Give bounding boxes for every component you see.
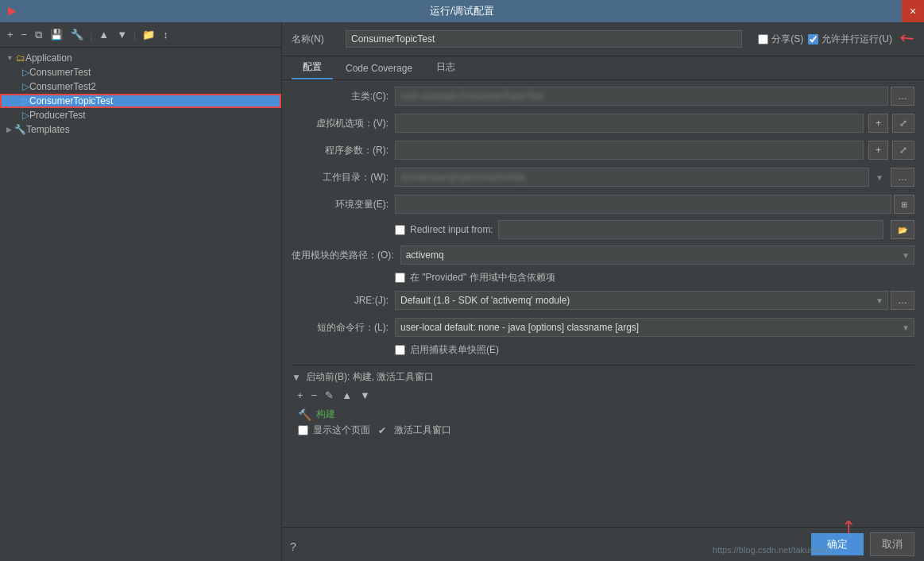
share-checkbox-label[interactable]: 分享(S) (758, 33, 803, 46)
tree-item-consumertest2[interactable]: ▷ ConsumerTest2 (0, 79, 281, 94)
main-layout: + − ⧉ 💾 🔧 | ▲ ▼ | 📁 ↕ ▼ 🗂 Application (0, 22, 924, 561)
main-class-row: 主类:(C): com.example.ConsumerTopicTest … (292, 85, 914, 107)
redirect-checkbox[interactable] (395, 225, 405, 235)
show-page-checkbox[interactable] (298, 425, 308, 435)
run-icon: ▷ (22, 110, 29, 121)
redirect-browse-button[interactable]: 📂 (891, 220, 914, 239)
remove-button[interactable]: − (19, 27, 30, 42)
short-cmd-select[interactable]: user-local default: none - java [options… (395, 318, 914, 337)
jre-select[interactable]: Default (1.8 - SDK of 'activemq' module) (395, 291, 888, 310)
wrench-icon: 🔧 (14, 124, 26, 135)
mini-remove-button[interactable]: − (309, 389, 320, 402)
tab-log[interactable]: 日志 (425, 56, 466, 79)
help-icon[interactable]: ? (290, 540, 296, 553)
section-toggle[interactable]: ▼ (292, 372, 301, 383)
save-button[interactable]: 💾 (48, 27, 65, 42)
section-divider (292, 365, 914, 366)
show-page-label: 显示这个页面 (313, 424, 370, 437)
run-icon: ▷ (22, 81, 29, 92)
jre-select-wrapper: Default (1.8 - SDK of 'activemq' module)… (395, 291, 888, 310)
run-icon: ▷ (22, 95, 29, 106)
separator-text: ✔ (378, 425, 386, 436)
capture-checkbox[interactable] (395, 345, 405, 355)
tree: ▼ 🗂 Application ▷ ConsumerTest ▷ Consume… (0, 48, 281, 561)
cancel-button[interactable]: 取消 (870, 532, 914, 556)
working-dir-browse-button[interactable]: … (891, 168, 914, 187)
main-class-blurred: com.example.ConsumerTopicTest (400, 91, 883, 102)
close-button[interactable]: × (902, 0, 924, 22)
templates-label: Templates (26, 124, 70, 135)
redirect-label: Redirect input from: (410, 224, 493, 235)
folder-button[interactable]: 📁 (140, 27, 157, 42)
mini-edit-button[interactable]: ✎ (323, 389, 336, 402)
tabs: 配置 Code Coverage 日志 (282, 56, 924, 80)
args-expand-button[interactable]: ⤢ (892, 141, 914, 160)
settings-button[interactable]: 🔧 (68, 27, 86, 42)
program-args-label: 程序参数：(R): (292, 144, 395, 157)
build-label: 构建 (316, 408, 335, 421)
tree-label-consumertest: ConsumerTest (29, 67, 91, 78)
tab-config[interactable]: 配置 (292, 56, 333, 79)
args-add-button[interactable]: + (868, 141, 888, 160)
tab-coverage[interactable]: Code Coverage (334, 59, 423, 79)
share-row: 分享(S) 允许并行运行(U) ↗ (758, 29, 914, 49)
redirect-row: Redirect input from: 📂 (292, 220, 914, 239)
vm-option-btns: + ⤢ (866, 114, 914, 133)
vm-options-input[interactable] (395, 114, 864, 133)
module-select[interactable]: activemq (400, 246, 914, 265)
show-page-row: 显示这个页面 ✔ 激活工具窗口 (292, 424, 914, 437)
provided-row: 在 "Provided" 作用域中包含依赖项 (292, 271, 914, 284)
tree-group-application[interactable]: ▼ 🗂 Application (0, 51, 281, 65)
tree-group-templates[interactable]: ▶ 🔧 Templates (0, 122, 281, 137)
capture-row: 启用捕获表单快照(E) (292, 343, 914, 357)
program-args-input[interactable] (395, 141, 864, 160)
vm-add-button[interactable]: + (868, 114, 888, 133)
module-classpath-row: 使用模块的类路径：(O): activemq ▼ (292, 244, 914, 266)
working-dir-dropdown-arrow: ▼ (876, 173, 883, 182)
env-vars-row: 环境变量(E): ⊞ (292, 193, 914, 215)
form-content: 主类:(C): com.example.ConsumerTopicTest … … (282, 80, 924, 527)
jre-row: JRE:(J): Default (1.8 - SDK of 'activemq… (292, 289, 914, 311)
before-launch-label: 启动前(B): 构建, 激活工具窗口 (306, 370, 434, 384)
short-cmd-label: 短的命令行：(L): (292, 321, 395, 335)
tree-item-consumertopictest[interactable]: ▷ ConsumerTopicTest (0, 94, 281, 108)
mini-add-button[interactable]: + (295, 389, 306, 402)
env-vars-label: 环境变量(E): (292, 198, 395, 211)
vm-options-row: 虚拟机选项：(V): + ⤢ (292, 112, 914, 134)
tree-label-consumertest2: ConsumerTest2 (29, 81, 96, 92)
redirect-input[interactable] (498, 220, 883, 239)
mini-down-button[interactable]: ▼ (358, 389, 373, 402)
name-row: 名称(N) 分享(S) 允许并行运行(U) ↗ (282, 22, 924, 56)
down-button[interactable]: ▼ (114, 27, 130, 42)
sort-button[interactable]: ↕ (160, 27, 171, 42)
window-title: 运行/调试配置 (430, 4, 495, 18)
tree-item-producertest[interactable]: ▷ ProducerTest (0, 108, 281, 122)
vm-expand-button[interactable]: ⤢ (892, 114, 914, 133)
build-icon: 🔨 (298, 408, 311, 421)
tree-item-consumertest[interactable]: ▷ ConsumerTest (0, 65, 281, 79)
env-vars-browse-button[interactable]: ⊞ (894, 195, 914, 214)
allow-parallel-label[interactable]: 允许并行运行(U) (808, 33, 892, 46)
mini-up-button[interactable]: ▲ (339, 389, 354, 402)
program-arg-btns: + ⤢ (866, 141, 914, 160)
run-icon: ▷ (22, 67, 29, 78)
build-item: 🔨 构建 (292, 405, 914, 424)
expand-arrow-templates: ▶ (6, 126, 12, 133)
copy-button[interactable]: ⧉ (33, 27, 44, 43)
name-label: 名称(N) (292, 33, 339, 46)
allow-parallel-checkbox[interactable] (808, 34, 818, 44)
jre-browse-button[interactable]: … (891, 291, 914, 310)
module-classpath-label: 使用模块的类路径：(O): (292, 249, 400, 262)
tree-label-consumertopictest: ConsumerTopicTest (29, 95, 113, 106)
main-class-browse-button[interactable]: … (891, 87, 914, 106)
working-dir-blurred: /home/user/projects/activemq (400, 172, 864, 183)
folder-icon: 🗂 (16, 52, 25, 64)
up-button[interactable]: ▲ (96, 27, 111, 42)
provided-label: 在 "Provided" 作用域中包含依赖项 (410, 271, 555, 284)
add-button[interactable]: + (5, 27, 16, 42)
provided-checkbox[interactable] (395, 273, 405, 283)
share-checkbox[interactable] (758, 34, 768, 44)
tree-label-producertest: ProducerTest (29, 110, 86, 121)
env-vars-input[interactable] (395, 195, 891, 214)
name-input[interactable] (346, 30, 742, 48)
